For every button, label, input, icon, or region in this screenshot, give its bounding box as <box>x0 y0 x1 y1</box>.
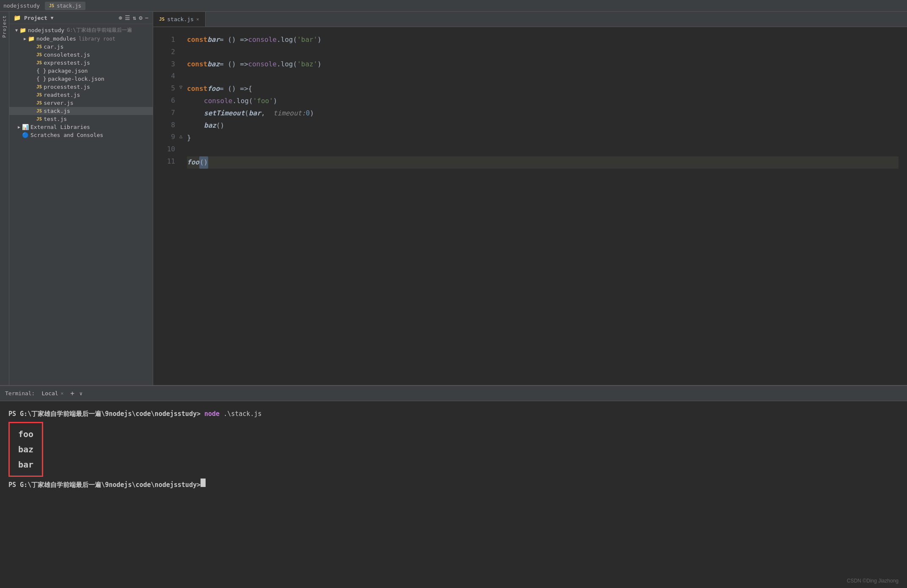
console-1: console <box>248 34 277 46</box>
ps-prefix: PS <box>8 408 20 420</box>
bar-arg: bar <box>249 107 261 120</box>
log-6: log <box>236 95 249 107</box>
ps-prefix-2: PS <box>8 479 20 491</box>
settings-icon[interactable]: ⚙ <box>139 14 142 21</box>
ext-libs-icon: 📊 <box>22 124 29 130</box>
kw-const-1: const <box>187 34 207 46</box>
ps-node-cmd: node <box>204 408 220 420</box>
code-line-8: baz () <box>187 120 899 132</box>
node-modules-icon: 📁 <box>28 36 35 42</box>
console-3: console <box>248 58 277 71</box>
root-name: nodejsstudy <box>28 27 64 33</box>
readtest-name: readtest.js <box>44 92 80 98</box>
tab-js-icon: JS <box>159 16 165 22</box>
code-line-9: △ } <box>187 132 899 144</box>
close-panel-icon[interactable]: − <box>145 14 148 21</box>
readtest-js-icon: JS <box>36 92 42 98</box>
fold-arrow-9: △ <box>179 132 182 141</box>
var-baz: baz <box>207 58 220 71</box>
tree-item-test[interactable]: JS test.js <box>9 115 153 123</box>
scratches-icon: 🔵 <box>22 132 29 138</box>
project-dropdown-icon: 📁 <box>14 14 21 21</box>
foo-parens-highlight: () <box>199 156 208 169</box>
js-icon-title: JS <box>49 3 54 8</box>
package-json-icon: { } <box>36 68 46 74</box>
tree-item-scratches[interactable]: 🔵 Scratches and Consoles <box>9 131 153 139</box>
main-layout: Project 📁 Project ▼ ⊕ ☰ ⇅ ⚙ − ▼ 📁 nodejs… <box>0 12 907 385</box>
log-1: log <box>281 34 293 46</box>
tab-close-icon[interactable]: ✕ <box>196 16 199 22</box>
terminal-content[interactable]: PS G:\丁家雄自学前端最后一遍\9nodejs\code\nodejsstu… <box>0 401 907 588</box>
stack-name: stack.js <box>44 108 70 114</box>
code-line-6: console . log ( 'foo' ) <box>187 95 899 107</box>
code-line-4 <box>187 71 899 83</box>
timeout-val: 0 <box>306 107 310 120</box>
test-name: test.js <box>44 116 67 122</box>
project-header-title: Project <box>24 15 47 21</box>
foo-call: foo <box>187 156 199 169</box>
title-bar: nodejsstudy JS stack.js <box>0 0 907 12</box>
log-3: log <box>281 58 293 71</box>
package-json-name: package.json <box>48 68 88 74</box>
string-foo: 'foo' <box>253 95 273 107</box>
server-js-icon: JS <box>36 100 42 106</box>
car-name: car.js <box>44 44 63 50</box>
tree-item-package-json[interactable]: { } package.json <box>9 67 153 75</box>
test-js-icon: JS <box>36 116 42 122</box>
ps-path-1: G:\丁家雄自学前端最后一遍\9nodejs\code\nodejsstudy> <box>20 408 204 420</box>
terminal-tab-local[interactable]: Local ✕ <box>40 390 65 397</box>
terminal-tab-close-icon[interactable]: ✕ <box>61 391 64 396</box>
root-folder-icon: 📁 <box>19 27 26 33</box>
project-side-label[interactable]: Project <box>2 15 7 38</box>
package-lock-name: package-lock.json <box>48 76 104 82</box>
locate-icon[interactable]: ⊕ <box>118 14 122 21</box>
string-baz: 'baz' <box>297 58 317 71</box>
tree-item-package-lock[interactable]: { } package-lock.json <box>9 75 153 83</box>
tree-item-processtest[interactable]: JS processtest.js <box>9 83 153 91</box>
tree-item-external-libs[interactable]: ▶ 📊 External Libraries <box>9 123 153 131</box>
punct-1: = () => <box>220 34 248 46</box>
editor-tab-stack[interactable]: JS stack.js ✕ <box>153 12 206 27</box>
ps-path-2: G:\丁家雄自学前端最后一遍\9nodejs\code\nodejsstudy> <box>20 479 201 491</box>
scratches-name: Scratches and Consoles <box>30 132 103 138</box>
code-line-7: setTimeout ( bar , timeout: 0 ) <box>187 107 899 120</box>
tree-item-car[interactable]: JS car.js <box>9 43 153 51</box>
expresstest-js-icon: JS <box>36 60 42 66</box>
file-tree-header: 📁 Project ▼ ⊕ ☰ ⇅ ⚙ − <box>9 12 153 24</box>
tree-item-server[interactable]: JS server.js <box>9 99 153 107</box>
ps-args: .\stack.js <box>220 408 261 420</box>
title-file-name: stack.js <box>57 3 81 9</box>
node-modules-name: node_modules <box>36 36 76 42</box>
settimeout-kw: setTimeout <box>204 107 245 120</box>
code-line-2 <box>187 46 899 58</box>
root-path: G:\丁家雄自学前端最后一遍 <box>67 27 132 34</box>
tree-item-readtest[interactable]: JS readtest.js <box>9 91 153 99</box>
string-bar: 'bar' <box>297 34 317 46</box>
terminal-add-button[interactable]: + <box>70 389 74 397</box>
tree-item-expresstest[interactable]: JS expresstest.js <box>9 59 153 67</box>
title-file-tab: JS stack.js <box>45 2 85 10</box>
header-dropdown-arrow[interactable]: ▼ <box>51 15 54 21</box>
tree-item-node-modules[interactable]: ▶ 📁 node_modules library root <box>9 35 153 43</box>
code-editor[interactable]: 1 2 3 4 5 6 7 8 9 10 11 const bar = () =… <box>153 27 907 385</box>
consoletest-js-icon: JS <box>36 52 42 57</box>
code-line-11: foo () <box>187 156 899 169</box>
app-name: nodejsstudy <box>3 3 40 9</box>
side-tab: Project <box>0 12 9 385</box>
console-6: console <box>204 95 232 107</box>
header-icons: ⊕ ☰ ⇅ ⚙ − <box>118 14 148 21</box>
node-modules-label: library root <box>79 36 115 42</box>
terminal-prompt-line: PS G:\丁家雄自学前端最后一遍\9nodejs\code\nodejsstu… <box>8 479 899 491</box>
code-content[interactable]: const bar = () => console . log ( 'bar' … <box>179 27 907 385</box>
terminal-label: Terminal: <box>5 390 35 397</box>
tree-item-stack[interactable]: JS stack.js <box>9 107 153 115</box>
var-foo: foo <box>207 83 220 95</box>
ext-libs-name: External Libraries <box>30 124 90 130</box>
sort-icon[interactable]: ⇅ <box>133 14 136 21</box>
tree-item-consoletest[interactable]: JS consoletest.js <box>9 51 153 59</box>
server-name: server.js <box>44 100 73 106</box>
collapse-icon[interactable]: ☰ <box>125 14 130 21</box>
tree-item-root[interactable]: ▼ 📁 nodejsstudy G:\丁家雄自学前端最后一遍 <box>9 26 153 35</box>
expresstest-name: expresstest.js <box>44 60 90 66</box>
terminal-dropdown-icon[interactable]: ∨ <box>80 391 82 397</box>
